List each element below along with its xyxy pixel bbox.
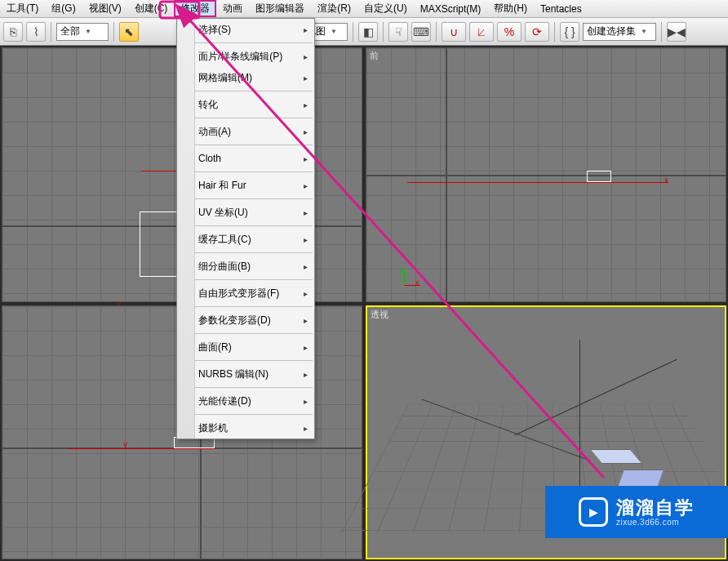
viewport-top-right[interactable]: 前 x z x (366, 47, 726, 302)
dropdown-separator (179, 333, 313, 334)
axis-x-label: x (664, 176, 668, 185)
menu-modifiers[interactable]: 修改器 (174, 0, 216, 17)
snap-toggle-icon[interactable]: ∪ (442, 22, 466, 42)
dropdown-separator (179, 91, 313, 91)
menu-tentacles[interactable]: Tentacles (534, 0, 588, 17)
toolbar-separator (436, 22, 437, 42)
dd-item-surface[interactable]: 曲面(R) (177, 336, 314, 358)
menu-tools[interactable]: 工具(T) (0, 0, 45, 17)
pivot-icon: ◧ (363, 25, 374, 38)
viewport-label: 前 (370, 50, 379, 62)
unlink-icon[interactable]: ⌇ (26, 22, 46, 42)
menu-bar: 工具(T) 组(G) 视图(V) 创建(C) 修改器 动画 图形编辑器 渲染(R… (0, 0, 728, 18)
viewport-grid: x y 前 x z x y 透视 (0, 46, 728, 561)
gizmo-z-line (404, 269, 405, 285)
dd-item-hair-fur[interactable]: Hair 和 Fur (177, 175, 314, 196)
dd-item-radiosity[interactable]: 光能传递(D) (177, 390, 314, 412)
dd-item-patch-spline[interactable]: 面片/样条线编辑(P) (177, 46, 314, 67)
dd-item-animation[interactable]: 动画(A) (177, 121, 314, 142)
manipulate-icon[interactable]: ☟ (388, 22, 408, 42)
dropdown-separator (179, 118, 313, 118)
menu-animation[interactable]: 动画 (216, 0, 249, 17)
angle-snap-icon[interactable]: ⟀ (469, 22, 494, 42)
viewport-gizmo: z x (399, 267, 428, 296)
gizmo-x-line (404, 285, 420, 286)
dropdown-separator (179, 171, 313, 172)
dropdown-separator (179, 387, 313, 388)
link-icon: ⎘ (10, 25, 16, 38)
mirror-icon[interactable]: ▶◀ (667, 22, 686, 42)
perspective-axis (579, 340, 580, 487)
dropdown-separator (179, 306, 313, 307)
dropdown-separator (179, 279, 313, 280)
toolbar-separator (383, 22, 384, 42)
filter-combo[interactable]: 全部 (56, 23, 109, 41)
main-toolbar: ⎘ ⌇ 全部 ⬉ 视图 ◧ ☟ ⌨ ∪ ⟀ % ⟳ { } 创建选择集 ▶◀ (0, 18, 728, 46)
dd-item-parametric-deformers[interactable]: 参数化变形器(D) (177, 309, 314, 331)
dd-item-conversion[interactable]: 转化 (177, 94, 314, 115)
named-selection-icon[interactable]: { } (560, 22, 579, 42)
select-link-icon[interactable]: ⎘ (3, 22, 23, 42)
watermark-title: 溜溜自学 (616, 497, 695, 518)
toolbar-separator (661, 22, 662, 42)
dd-item-nurbs-editing[interactable]: NURBS 编辑(N) (177, 363, 314, 385)
percent-icon: % (504, 25, 514, 38)
keyboard-shortcut-icon[interactable]: ⌨ (411, 22, 431, 42)
dropdown-separator (179, 42, 313, 43)
modifiers-dropdown: 选择(S) 面片/样条线编辑(P) 网格编辑(M) 转化 动画(A) Cloth… (176, 18, 315, 439)
axis-line (366, 175, 726, 176)
braces-icon: { } (564, 25, 575, 38)
viewport-label: 透视 (371, 309, 388, 321)
kb-icon: ⌨ (413, 25, 429, 38)
toolbar-separator (554, 22, 555, 42)
menu-group[interactable]: 组(G) (45, 0, 82, 17)
toolbar-separator (113, 22, 114, 42)
watermark-banner: ▶ 溜溜自学 zixue.3d66.com (545, 486, 728, 538)
mirror-icon-glyph: ▶◀ (668, 25, 686, 38)
select-object-button[interactable]: ⬉ (119, 22, 139, 42)
dd-item-selection[interactable]: 选择(S) (177, 19, 314, 40)
dd-item-uv-coords[interactable]: UV 坐标(U) (177, 202, 314, 223)
unlink-icon-glyph: ⌇ (33, 25, 39, 38)
dropdown-separator (179, 414, 313, 415)
menu-maxscript[interactable]: MAXScript(M) (414, 0, 488, 17)
dd-item-subdivision[interactable]: 细分曲面(B) (177, 256, 314, 277)
watermark-url: zixue.3d66.com (616, 518, 695, 528)
spinner-icon: ⟳ (532, 25, 542, 38)
axis-line (446, 48, 447, 301)
dd-item-free-form-deformers[interactable]: 自由形式变形器(F) (177, 283, 314, 304)
hand-icon: ☟ (395, 25, 402, 38)
angle-icon: ⟀ (478, 25, 485, 38)
dd-item-mesh-editing[interactable]: 网格编辑(M) (177, 67, 314, 88)
menu-help[interactable]: 帮助(H) (487, 0, 534, 17)
menu-create[interactable]: 创建(C) (128, 0, 175, 17)
dd-item-cache-tools[interactable]: 缓存工具(C) (177, 229, 314, 250)
toolbar-separator (353, 22, 353, 42)
menu-rendering[interactable]: 渲染(R) (311, 0, 357, 17)
dimension-line (68, 448, 215, 449)
dropdown-separator (179, 360, 313, 361)
spinner-snap-icon[interactable]: ⟳ (525, 22, 549, 42)
percent-snap-icon[interactable]: % (497, 22, 522, 42)
menu-views[interactable]: 视图(V) (82, 0, 128, 17)
dropdown-separator (179, 252, 313, 253)
dd-item-cloth[interactable]: Cloth (177, 148, 314, 169)
watermark-text: 溜溜自学 zixue.3d66.com (616, 497, 695, 528)
dropdown-separator (179, 225, 313, 226)
magnet-icon: ∪ (450, 25, 458, 38)
axis-y-label: y (123, 440, 127, 449)
named-selection-combo[interactable]: 创建选择集 (583, 23, 656, 41)
menu-graph-editors[interactable]: 图形编辑器 (249, 0, 311, 17)
cube-front-face (617, 470, 664, 488)
toolbar-separator (51, 22, 51, 42)
dropdown-separator (179, 145, 313, 145)
dropdown-separator (179, 198, 313, 199)
dimension-line (407, 182, 668, 183)
menu-customize[interactable]: 自定义(U) (357, 0, 414, 17)
object-rect[interactable] (140, 211, 180, 277)
gizmo-z-icon: z (399, 267, 403, 275)
object-rect[interactable] (587, 171, 611, 182)
center-pivot-icon[interactable]: ◧ (358, 22, 378, 42)
cursor-icon: ⬉ (124, 25, 134, 38)
dd-item-cameras[interactable]: 摄影机 (177, 417, 314, 439)
